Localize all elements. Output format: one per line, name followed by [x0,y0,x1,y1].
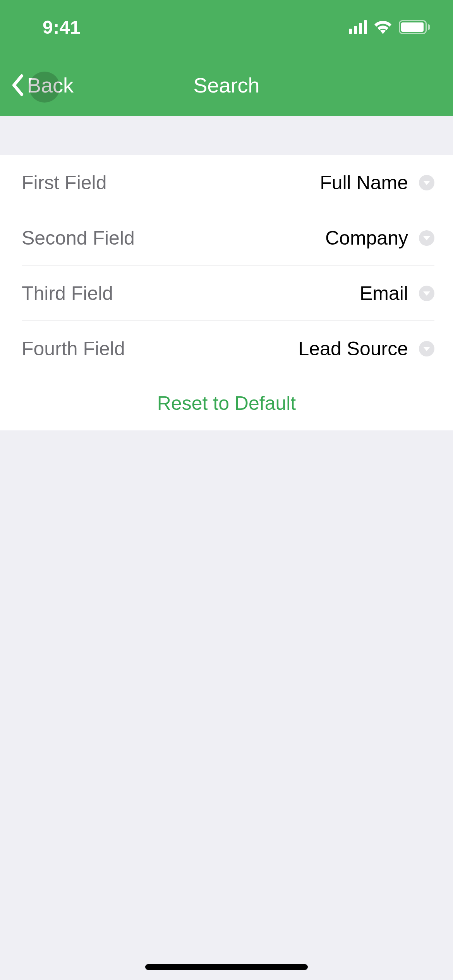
second-field-row[interactable]: Second Field Company [0,210,453,266]
row-label: Second Field [22,227,135,249]
wifi-icon [374,20,392,34]
chevron-left-icon [11,74,25,97]
dropdown-icon [419,286,434,301]
row-label: Third Field [22,282,113,305]
status-bar: 9:41 [0,0,453,54]
row-label: First Field [22,171,106,194]
row-value-container: Company [325,227,434,249]
status-time: 9:41 [43,17,81,38]
reset-label: Reset to Default [157,392,296,415]
third-field-row[interactable]: Third Field Email [0,266,453,321]
row-value-container: Full Name [320,171,434,194]
page-title: Search [193,73,259,97]
dropdown-icon [419,230,434,246]
back-button[interactable]: Back [11,54,74,116]
row-value: Company [325,227,408,249]
row-value-container: Lead Source [298,338,434,360]
first-field-row[interactable]: First Field Full Name [0,155,453,210]
dropdown-icon [419,175,434,190]
dropdown-icon [419,341,434,356]
home-indicator[interactable] [145,964,308,970]
row-value-container: Email [360,282,434,305]
row-value: Full Name [320,171,408,194]
battery-icon [399,20,430,34]
search-fields-group: First Field Full Name Second Field Compa… [0,155,453,430]
row-label: Fourth Field [22,338,125,360]
section-spacer [0,116,453,155]
fourth-field-row[interactable]: Fourth Field Lead Source [0,321,453,376]
back-label: Back [27,73,74,97]
navigation-bar: Back Search [0,54,453,116]
status-icons [349,20,430,34]
cellular-signal-icon [349,20,367,34]
row-value: Email [360,282,408,305]
row-value: Lead Source [298,338,408,360]
reset-to-default-button[interactable]: Reset to Default [0,376,453,430]
